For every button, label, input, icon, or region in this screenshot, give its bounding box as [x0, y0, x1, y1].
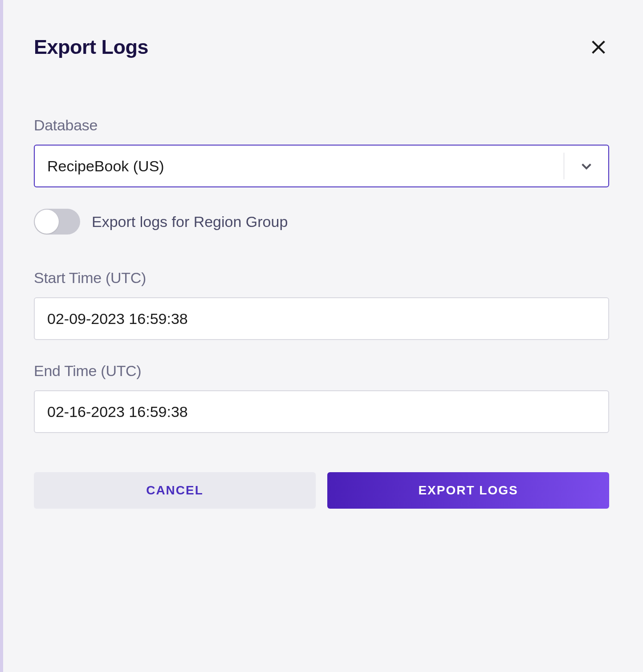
end-time-field: End Time (UTC) — [34, 362, 609, 433]
database-field: Database RecipeBook (US) Export logs for… — [34, 117, 609, 235]
modal-title: Export Logs — [34, 36, 148, 59]
region-group-toggle-label: Export logs for Region Group — [92, 213, 288, 231]
chevron-down-icon — [579, 159, 594, 173]
database-select-value: RecipeBook (US) — [35, 158, 564, 175]
start-time-label: Start Time (UTC) — [34, 269, 609, 287]
start-time-field: Start Time (UTC) — [34, 269, 609, 340]
start-time-input[interactable] — [34, 297, 609, 340]
export-logs-modal: Export Logs Database RecipeBook (US) Exp… — [5, 0, 638, 544]
toggle-knob — [35, 210, 59, 234]
close-icon — [590, 38, 607, 56]
end-time-label: End Time (UTC) — [34, 362, 609, 380]
left-accent-bar — [0, 0, 3, 672]
modal-header: Export Logs — [34, 36, 609, 59]
database-select-chevron — [564, 153, 608, 179]
database-select[interactable]: RecipeBook (US) — [34, 145, 609, 187]
region-group-toggle[interactable] — [34, 209, 80, 235]
end-time-input[interactable] — [34, 390, 609, 433]
export-logs-button[interactable]: EXPORT LOGS — [327, 472, 609, 509]
region-group-toggle-row: Export logs for Region Group — [34, 209, 609, 235]
close-button[interactable] — [588, 36, 609, 58]
cancel-button[interactable]: CANCEL — [34, 472, 316, 509]
button-row: CANCEL EXPORT LOGS — [34, 472, 609, 509]
database-label: Database — [34, 117, 609, 134]
